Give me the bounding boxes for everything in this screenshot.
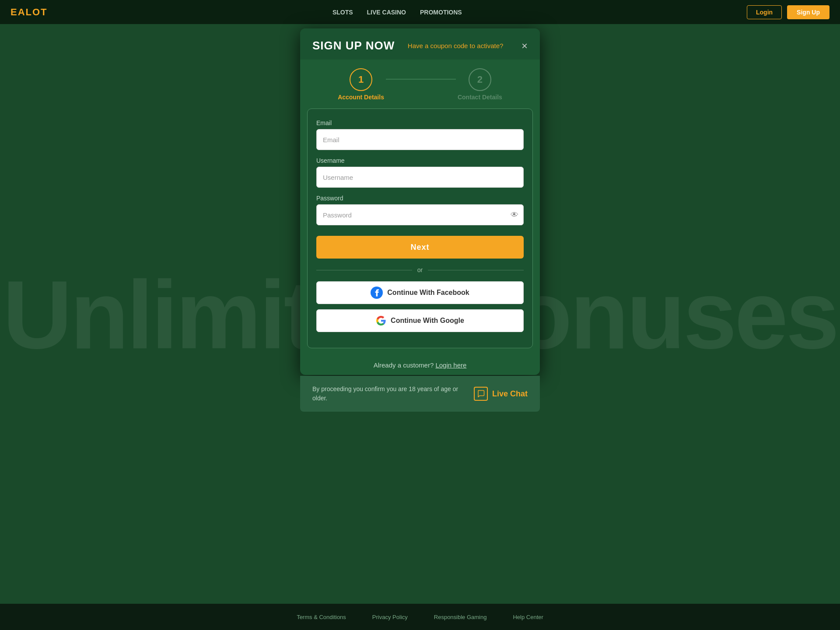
password-wrapper: 👁: [316, 204, 524, 225]
signup-modal: SIGN UP NOW Have a coupon code to activa…: [300, 28, 540, 375]
step-connector: [386, 79, 456, 80]
nav-signup-button[interactable]: Sign Up: [787, 5, 830, 19]
google-button[interactable]: Continue With Google: [316, 309, 524, 332]
step-1: 1 Account Details: [338, 68, 384, 101]
email-input[interactable]: [316, 129, 524, 150]
login-here-link[interactable]: Login here: [435, 361, 466, 369]
modal-container: SIGN UP NOW Have a coupon code to activa…: [300, 24, 540, 412]
or-divider: or: [316, 266, 524, 273]
step-1-label: Account Details: [338, 94, 384, 101]
stepper: 1 Account Details 2 Contact Details: [300, 60, 540, 105]
google-icon: [376, 315, 386, 326]
facebook-icon: [371, 287, 383, 299]
live-chat-label: Live Chat: [492, 389, 528, 399]
or-line-left: [316, 270, 412, 270]
nav-link-promotions[interactable]: PROMOTIONS: [420, 9, 462, 16]
username-field-group: Username: [316, 157, 524, 188]
nav-links: SLOTS LIVE CASINO PROMOTIONS: [332, 9, 462, 16]
already-customer-text: Already a customer?: [374, 361, 434, 369]
step-2-circle: 2: [469, 68, 491, 91]
nav-login-button[interactable]: Login: [747, 5, 782, 19]
google-button-label: Continue With Google: [391, 317, 464, 325]
already-customer: Already a customer? Login here: [300, 355, 540, 375]
step-2: 2 Contact Details: [458, 68, 502, 101]
bottom-link-responsible[interactable]: Responsible Gaming: [434, 614, 487, 620]
next-button[interactable]: Next: [316, 236, 524, 259]
nav-logo: EALOT: [10, 7, 48, 18]
or-text: or: [417, 266, 423, 273]
bottom-link-privacy[interactable]: Privacy Policy: [372, 614, 408, 620]
facebook-button-label: Continue With Facebook: [387, 289, 469, 297]
close-button[interactable]: ×: [516, 41, 528, 51]
password-toggle-icon[interactable]: 👁: [511, 210, 518, 220]
form-card: Email Username Password 👁 Next: [307, 108, 533, 348]
password-label: Password: [316, 195, 524, 202]
password-field-group: Password 👁: [316, 195, 524, 225]
step-1-circle: 1: [350, 68, 372, 91]
bottom-bar: Terms & Conditions Privacy Policy Respon…: [0, 604, 840, 630]
username-input[interactable]: [316, 167, 524, 188]
nav-link-live-casino[interactable]: LIVE CASINO: [367, 9, 406, 16]
coupon-link[interactable]: Have a coupon code to activate?: [408, 42, 503, 49]
step-1-number: 1: [358, 74, 364, 85]
password-input[interactable]: [316, 204, 524, 225]
username-label: Username: [316, 157, 524, 164]
bottom-link-help[interactable]: Help Center: [513, 614, 543, 620]
bottom-link-terms[interactable]: Terms & Conditions: [297, 614, 346, 620]
nav-right: Login Sign Up: [747, 5, 830, 19]
email-field-group: Email: [316, 119, 524, 150]
live-chat-icon: [474, 387, 488, 401]
step-2-number: 2: [477, 74, 483, 85]
live-chat-button[interactable]: Live Chat: [474, 387, 528, 401]
step-2-label: Contact Details: [458, 94, 502, 101]
modal-title: SIGN UP NOW: [312, 39, 395, 52]
nav-link-slots[interactable]: SLOTS: [332, 9, 353, 16]
modal-header: SIGN UP NOW Have a coupon code to activa…: [300, 28, 540, 60]
footer-disclaimer: By proceeding you confirm you are 18 yea…: [312, 385, 461, 403]
or-line-right: [428, 270, 524, 270]
footer-bar: By proceeding you confirm you are 18 yea…: [300, 376, 540, 412]
email-label: Email: [316, 119, 524, 126]
top-navigation: EALOT SLOTS LIVE CASINO PROMOTIONS Login…: [0, 0, 840, 24]
facebook-button[interactable]: Continue With Facebook: [316, 281, 524, 304]
